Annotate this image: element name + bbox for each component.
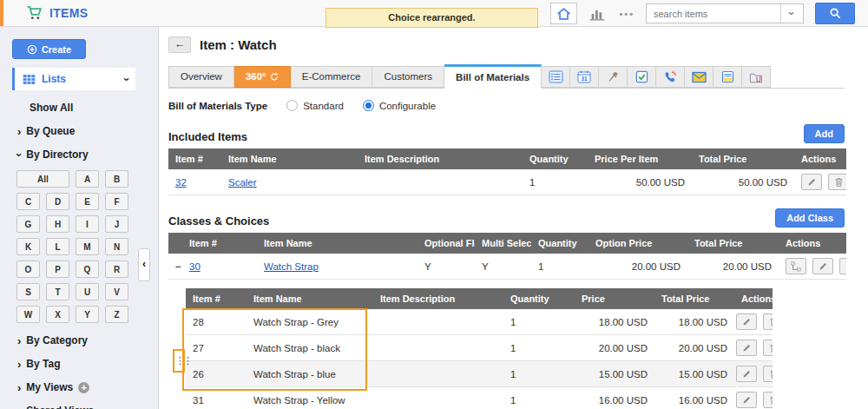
letter-button[interactable]: H <box>46 215 69 233</box>
pencil-icon <box>742 395 752 405</box>
sidebar-collapse-handle[interactable]: › <box>138 248 150 281</box>
letter-button[interactable]: Z <box>105 306 128 323</box>
letter-button[interactable]: M <box>76 238 99 255</box>
trash-icon <box>845 261 846 272</box>
class-name-link[interactable]: Watch Strap <box>264 261 319 272</box>
letter-button[interactable]: D <box>46 193 69 210</box>
chevron-right-icon: › <box>17 359 21 370</box>
delete-button[interactable] <box>763 313 773 330</box>
letter-button-all[interactable]: All <box>16 170 69 188</box>
edit-button[interactable] <box>736 392 757 408</box>
letter-button[interactable]: W <box>16 306 40 323</box>
letter-button[interactable]: Y <box>76 306 99 323</box>
search-button[interactable] <box>815 3 855 24</box>
app-title: ITEMS <box>49 6 88 20</box>
col-item-no: Item # <box>186 288 247 309</box>
rotate-icon <box>269 72 279 82</box>
hierarchy-icon <box>791 261 801 272</box>
letter-button[interactable]: A <box>76 170 99 188</box>
sidebar-item-shared-views[interactable]: › Shared Views <box>17 405 158 409</box>
radio-selected-icon <box>363 100 374 111</box>
tab-tasks[interactable] <box>628 66 656 88</box>
sidebar-item-by-directory[interactable]: › By Directory <box>17 148 158 161</box>
sidebar-item-by-queue[interactable]: › By Queue <box>17 125 158 137</box>
tab-attachments[interactable] <box>742 66 771 88</box>
delete-button[interactable] <box>763 340 773 356</box>
home-icon <box>556 7 571 21</box>
choice-description <box>373 335 503 361</box>
letter-button[interactable]: X <box>46 306 69 323</box>
letter-button[interactable]: K <box>16 238 40 255</box>
choice-price: 18.00 USD <box>575 309 654 335</box>
create-button[interactable]: Create <box>12 39 86 59</box>
item-number-link[interactable]: 32 <box>175 177 187 188</box>
letter-button[interactable]: S <box>16 283 40 300</box>
tab-pushpin[interactable] <box>599 66 628 88</box>
bom-type-configurable[interactable]: Configurable <box>363 100 436 111</box>
trash-icon <box>834 177 844 188</box>
tab-phone[interactable] <box>656 66 685 88</box>
edit-button[interactable] <box>801 174 822 190</box>
sidebar-item-by-tag[interactable]: › By Tag <box>17 358 158 370</box>
home-button[interactable] <box>550 3 577 24</box>
letter-button[interactable]: T <box>46 283 69 300</box>
letter-button[interactable]: P <box>46 261 69 278</box>
letter-button[interactable]: N <box>105 238 128 255</box>
search-scope-dropdown[interactable]: › <box>780 4 803 23</box>
choice-quantity: 1 <box>503 309 575 335</box>
tab-overview[interactable]: Overview <box>168 66 234 88</box>
edit-button[interactable] <box>812 258 833 274</box>
tab-customers[interactable]: Customers <box>372 66 444 88</box>
edit-button[interactable] <box>736 366 757 382</box>
tab-email[interactable] <box>685 66 713 88</box>
add-view-icon[interactable]: + <box>78 382 89 393</box>
letter-button[interactable]: O <box>16 261 40 278</box>
choice-total: 18.00 USD <box>654 309 734 335</box>
sidebar-item-show-all[interactable]: Show All <box>30 102 158 114</box>
letter-button[interactable]: G <box>16 215 40 233</box>
letter-button[interactable]: L <box>46 238 69 255</box>
letter-button[interactable]: C <box>16 193 40 210</box>
back-button[interactable]: ← <box>168 36 191 53</box>
drag-handle-icon[interactable]: ⋮⋮ <box>175 355 191 366</box>
letter-button[interactable]: B <box>105 170 128 188</box>
bom-type-standard[interactable]: Standard <box>286 100 344 111</box>
top-right-cluster: ••• › <box>550 3 855 24</box>
letter-button[interactable]: R <box>105 261 128 278</box>
letter-button[interactable]: U <box>76 283 99 300</box>
tab-360[interactable]: 360° <box>234 66 291 88</box>
sidebar-item-lists[interactable]: Lists › <box>12 68 135 90</box>
more-options-icon[interactable]: ••• <box>619 9 635 19</box>
tab-bill-of-materials[interactable]: Bill of Materials <box>444 64 542 89</box>
edit-button[interactable] <box>736 340 757 356</box>
tab-ecommerce[interactable]: E-Commerce <box>291 66 373 88</box>
search-input[interactable] <box>647 9 780 19</box>
chart-icon[interactable] <box>589 5 608 22</box>
add-item-button[interactable]: Add <box>804 124 845 143</box>
delete-button[interactable] <box>828 174 846 190</box>
delete-button[interactable] <box>763 366 773 382</box>
letter-button[interactable]: I <box>76 215 99 233</box>
collapse-row-icon[interactable]: − <box>175 261 181 272</box>
letter-button[interactable]: V <box>105 283 128 300</box>
assign-choices-button[interactable] <box>786 258 806 274</box>
delete-button[interactable] <box>763 392 773 408</box>
item-name-link[interactable]: Scaler <box>228 177 257 188</box>
chevron-down-icon: › <box>14 153 25 156</box>
add-class-button[interactable]: Add Class <box>775 208 845 228</box>
table-row: 32 Scaler 1 50.00 USD 50.00 USD <box>168 169 846 195</box>
letter-button[interactable]: Q <box>76 261 99 278</box>
tab-calendar[interactable]: 31 <box>570 66 599 88</box>
class-number-link[interactable]: 30 <box>189 261 201 272</box>
letter-button[interactable]: F <box>105 193 128 210</box>
sidebar: Create Lists › Show All › By Queue › By … <box>0 27 159 409</box>
radio-unselected-icon <box>286 100 298 111</box>
sidebar-item-my-views[interactable]: › My Views + <box>17 381 158 393</box>
delete-button[interactable] <box>839 258 846 274</box>
letter-button[interactable]: J <box>105 215 128 233</box>
sidebar-item-by-category[interactable]: › By Category <box>17 334 158 346</box>
edit-button[interactable] <box>736 313 757 330</box>
letter-button[interactable]: E <box>76 193 99 210</box>
tab-details[interactable] <box>542 66 570 88</box>
tab-notes[interactable] <box>713 66 742 88</box>
